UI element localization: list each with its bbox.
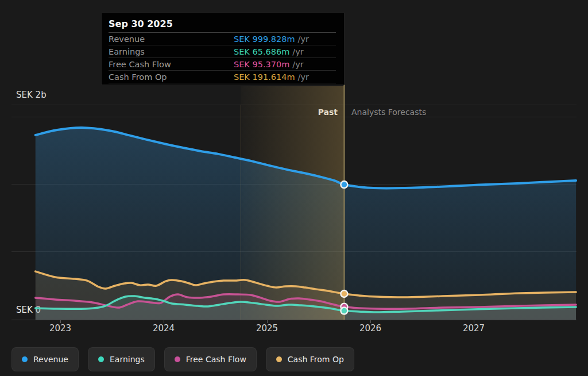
legend-item-cash-from-op[interactable]: Cash From Op [266,347,354,371]
tooltip-row-earnings: Earnings SEK 65.686m /yr [109,45,336,58]
earnings-revenue-chart: SEK 2b SEK 0 Past Analysts Forecasts 202… [0,0,588,376]
tooltip-date: Sep 30 2025 [109,16,336,33]
plot-area[interactable] [11,85,577,320]
tooltip-row-free-cash-flow: Free Cash Flow SEK 95.370m /yr [109,58,336,71]
cash-from-op-dot-icon [276,356,282,362]
tooltip-row-revenue: Revenue SEK 999.828m /yr [109,33,336,45]
chart-legend: Revenue Earnings Free Cash Flow Cash Fro… [11,347,354,371]
revenue-dot-icon [22,356,28,362]
legend-item-earnings[interactable]: Earnings [88,347,155,371]
tooltip-row-cash-from-op: Cash From Op SEK 191.614m /yr [109,71,336,83]
free-cash-flow-dot-icon [175,356,180,362]
chart-tooltip: Sep 30 2025 Revenue SEK 999.828m /yr Ear… [101,13,345,85]
legend-item-revenue[interactable]: Revenue [11,347,79,371]
legend-item-free-cash-flow[interactable]: Free Cash Flow [164,347,257,371]
earnings-dot-icon [98,356,104,362]
